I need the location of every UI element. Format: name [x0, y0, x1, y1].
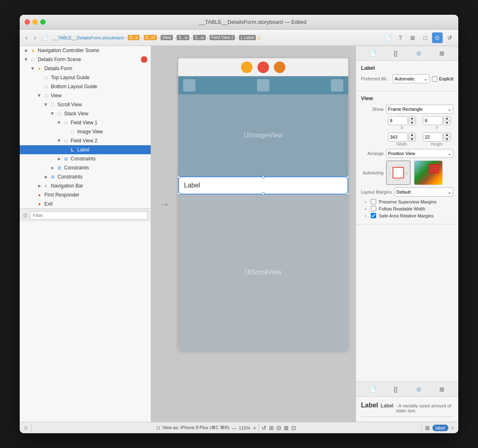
autosizing-widget[interactable]: — — | |	[386, 160, 411, 185]
layout-margins-select[interactable]: Default ⌄	[394, 187, 453, 197]
w-up[interactable]: ▲	[409, 133, 416, 137]
constraints-inner-item[interactable]: ▶ ⊞ Constraints	[20, 154, 151, 163]
warning-icon[interactable]: ⚠	[257, 35, 261, 41]
w-down[interactable]: ▼	[409, 137, 416, 142]
follow-readable-label: Follow Readable Width	[379, 206, 425, 211]
scroll-view-item[interactable]: ▶ □ Scroll View	[20, 100, 151, 109]
insp-file-btn[interactable]: 📄	[367, 48, 378, 59]
constraints-outer-item[interactable]: ▶ ⊞ Constraints	[20, 163, 151, 172]
preserve-checkbox[interactable]	[371, 199, 376, 204]
explicit-checkbox[interactable]	[432, 76, 437, 82]
y-down[interactable]: ▼	[444, 121, 450, 125]
arrange-select[interactable]: Position View ⌄	[386, 149, 453, 158]
scene-tb-orange[interactable]	[274, 62, 285, 73]
preferred-width-row: Preferred Wi... Automatic ⌄ Explicit	[361, 74, 453, 83]
insp-grid-btn[interactable]: ⊞	[436, 48, 448, 59]
inspector-active-btn[interactable]: ⊙	[432, 32, 443, 43]
insp-curly-btn[interactable]: {}	[390, 48, 401, 59]
inspector-grid-btn[interactable]: ⊞	[407, 32, 418, 43]
field-view-1-item[interactable]: ▶ □ Field View 1	[20, 118, 151, 127]
top-layout-guide-item[interactable]: ▶ □ Top Layout Guide	[20, 73, 151, 82]
view-item[interactable]: ▶ □ View	[20, 91, 151, 100]
constraints-root-item[interactable]: ▶ ⊞ Constraints	[20, 172, 151, 181]
breadcrumb-item-3[interactable]: D...m	[144, 35, 157, 40]
nav-arrow-view: ▶	[36, 92, 43, 99]
y-field[interactable]: 8	[423, 116, 443, 125]
safe-area-checkbox[interactable]	[371, 213, 376, 218]
preferred-width-select[interactable]: Automatic ⌄	[393, 74, 430, 83]
scene-tb-red[interactable]	[257, 62, 269, 73]
h-up[interactable]: ▲	[444, 133, 450, 137]
arrange-control: Position View ⌄	[386, 149, 453, 158]
breadcrumb-item-5[interactable]: S...w	[177, 35, 189, 40]
x-stepper[interactable]: ▲ ▼	[409, 116, 416, 125]
file-icon-button[interactable]: 📄	[40, 33, 51, 42]
zoom-add-btn[interactable]: +	[253, 425, 256, 431]
status-bar: ⊙ □ View as: iPhone 8 Plus (⌘C ⌘R) — 115…	[20, 422, 458, 433]
x-down[interactable]: ▼	[409, 121, 416, 125]
h-stepper[interactable]: ▲ ▼	[444, 133, 451, 142]
stack-view-item[interactable]: ▶ □ Stack View	[20, 109, 151, 118]
details-form-scene-item[interactable]: ▶ □ Details Form Scene	[20, 55, 151, 64]
exit-item[interactable]: ▶ ● Exit	[20, 199, 151, 208]
breadcrumb-item-8[interactable]: L Label	[239, 35, 255, 40]
bottom-layout-guide-item[interactable]: ▶ □ Bottom Layout Guide	[20, 82, 151, 91]
layout-icon-2[interactable]: ⊞	[269, 425, 274, 431]
first-responder-item[interactable]: ▶ ● First Responder	[20, 190, 151, 199]
h-down[interactable]: ▼	[444, 137, 450, 142]
h-field[interactable]: 22	[423, 133, 443, 142]
insp-bottom-circle-btn[interactable]: ⊙	[413, 384, 425, 395]
w-value: 343	[390, 135, 398, 139]
layout-icon-5[interactable]: ⊡	[291, 425, 296, 431]
nav-controller-scene-item[interactable]: ▶ ● Navigation Controller Scene	[20, 46, 151, 55]
details-form-item[interactable]: ▶ ● Details Form	[20, 64, 151, 73]
w-field[interactable]: 343	[388, 133, 408, 142]
label-item[interactable]: ▶ L Label	[20, 145, 151, 154]
breadcrumb-item-2[interactable]: D...e	[128, 35, 140, 40]
inspector-file-btn[interactable]: 📄	[383, 32, 393, 43]
maximize-button[interactable]	[40, 19, 46, 25]
breadcrumb-item-4[interactable]: View	[161, 35, 173, 40]
insp-bottom-curly-btn[interactable]: {}	[390, 384, 401, 395]
image-view-item[interactable]: ▶ □ Image View	[20, 127, 151, 136]
nav-icon-fv1: □	[62, 119, 69, 126]
follow-readable-checkbox[interactable]	[371, 206, 376, 211]
x-up[interactable]: ▲	[409, 117, 416, 121]
breadcrumb-item-6[interactable]: S...w	[193, 35, 205, 40]
show-select[interactable]: Frame Rectangle ⌄	[386, 105, 453, 114]
breadcrumb-item-1[interactable]: __TABLE__DetailsForm.storyboard	[53, 35, 124, 40]
insp-bottom-grid-btn[interactable]: ⊞	[436, 384, 448, 395]
x-field[interactable]: 8	[388, 116, 408, 125]
back-button[interactable]: ‹	[23, 33, 30, 43]
filter-input[interactable]	[30, 211, 147, 219]
y-stepper[interactable]: ▲ ▼	[444, 116, 451, 125]
close-button[interactable]	[25, 19, 30, 25]
nav-icon-view: □	[43, 92, 49, 99]
layout-icon-4[interactable]: ⊠	[284, 425, 289, 431]
insp-bottom-file-btn[interactable]: 📄	[367, 384, 378, 395]
scene-tb-yellow[interactable]	[241, 62, 253, 73]
nav-label-co: Constraints	[64, 165, 89, 171]
inspector-question-btn[interactable]: ?	[395, 32, 406, 43]
insp-circle-btn[interactable]: ⊙	[413, 48, 425, 59]
navigation-bar-item[interactable]: ▶ ≡ Navigation Bar	[20, 181, 151, 190]
minimize-button[interactable]	[32, 19, 38, 25]
w-stepper[interactable]: ▲ ▼	[409, 133, 416, 142]
field-view-2-item[interactable]: ▶ □ Field View 2	[20, 136, 151, 145]
inspector-box-btn[interactable]: □	[420, 32, 430, 43]
title-bar: __TABLE__DetailsForm.storyboard — Edited	[20, 15, 458, 30]
y-up[interactable]: ▲	[444, 117, 450, 121]
layout-icon-3[interactable]: ⊟	[276, 425, 281, 431]
status-grid-btn[interactable]: ⊞	[425, 425, 430, 431]
uiimageview-label: UIImageView	[244, 132, 283, 139]
label-selected-row[interactable]: Label	[178, 176, 348, 194]
canvas-area[interactable]: →	[151, 46, 356, 422]
zoom-level: 115%	[239, 425, 250, 430]
layout-icon-1[interactable]: ↺	[262, 425, 267, 431]
breadcrumb-item-7[interactable]: Field View 2	[209, 35, 235, 40]
wh-spacer	[361, 133, 384, 146]
close-label-btn[interactable]: ×	[451, 425, 454, 431]
forward-button[interactable]: ›	[32, 33, 39, 43]
inspector-refresh-btn[interactable]: ↺	[444, 32, 455, 43]
x-label: X	[400, 126, 403, 130]
